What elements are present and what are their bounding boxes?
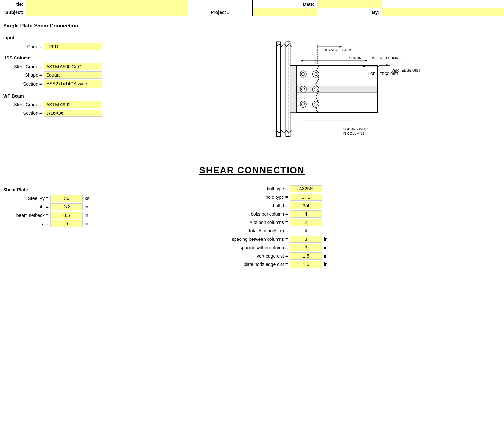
bottom-section: Shear Plate Steel Fy = 36 ksi pl t = 1/2… <box>0 182 504 276</box>
beam-setback-unit: in <box>85 213 88 218</box>
svg-point-21 <box>313 101 319 108</box>
by-label: By: <box>317 8 382 16</box>
wf-section-row: Section = W16X36 <box>3 110 184 117</box>
project-value[interactable] <box>253 8 317 16</box>
right-panel: BEAM SET BACK SPACING BETWEEN COLUMNS HO… <box>191 23 501 159</box>
beam-setback-annotation: BEAM SET BACK <box>324 48 352 52</box>
spacing-within-row: spacing within column = 3 in <box>197 244 501 251</box>
spacing-within-value[interactable]: 3 <box>290 244 322 251</box>
shear-connection-title: SHEAR CONNECTION <box>199 165 305 175</box>
connection-diagram: BEAM SET BACK SPACING BETWEEN COLUMNS HO… <box>255 23 436 152</box>
left-panel: Single Plate Shear Connection Input Code… <box>3 23 184 159</box>
shear-plate-section: Shear Plate Steel Fy = 36 ksi pl t = 1/2… <box>3 182 184 269</box>
vert-edge-dist-annotation: VERT EDGE DIST <box>391 69 420 72</box>
svg-marker-29 <box>301 60 303 62</box>
spacing-cols-annotation: SPACING BETWEEN COLUMNS <box>349 56 401 60</box>
spacing-within-annotation: SPACING WITH <box>343 127 368 131</box>
vert-edge-value[interactable]: 1.5 <box>290 252 322 260</box>
bolt-d-value[interactable]: 3/4 <box>290 202 322 209</box>
spacing-within-annotation2: IN COLUMNS <box>343 132 364 135</box>
bolt-type-label: bolt type = <box>197 186 288 191</box>
num-bolt-cols-label: # of bolt columns = <box>197 220 288 225</box>
project-label: Project # <box>188 8 253 16</box>
bolt-params-section: bolt type = A325N hole type = STD bolt d… <box>197 182 501 269</box>
hss-section-row: Section = HSS2x1x14GA wide <box>3 80 184 88</box>
svg-point-17 <box>313 71 319 77</box>
spacing-within-unit: in <box>324 245 328 250</box>
svg-marker-30 <box>365 60 367 62</box>
title-label: Title: <box>0 0 26 8</box>
page-title: Single Plate Shear Connection <box>3 23 184 29</box>
beam-setback-value[interactable]: 0.5 <box>50 212 83 219</box>
shear-plate-heading: Shear Plate <box>3 187 184 192</box>
date-value[interactable] <box>317 0 382 8</box>
wf-steel-grade-label: Steel Grade = <box>3 102 42 107</box>
vert-edge-unit: in <box>324 253 328 259</box>
spacing-within-label: spacing within column = <box>197 245 288 250</box>
input-section: Input Code = LRFD <box>3 35 184 50</box>
bolt-d-label: bolt d = <box>197 203 288 208</box>
plate-horiz-unit: in <box>324 262 328 267</box>
hole-type-row: hole type = STD <box>197 194 501 201</box>
date-label: Date: <box>253 0 317 8</box>
steel-fy-row: Steel Fy = 36 ksi <box>3 195 184 202</box>
pl-t-label: pl t = <box>3 204 49 209</box>
bolt-type-value[interactable]: A325N <box>290 185 322 192</box>
svg-point-19 <box>313 86 319 92</box>
plate-horiz-label: plate horiz edge dist = <box>197 262 288 267</box>
pl-t-row: pl t = 1/2 in <box>3 203 184 210</box>
wf-steel-grade-value[interactable]: ASTM A992 <box>44 101 102 108</box>
input-heading: Input <box>3 35 184 40</box>
subject-value[interactable] <box>26 8 188 16</box>
bolt-table: bolt type = A325N hole type = STD bolt d… <box>197 185 501 268</box>
bolts-per-col-label: bolts per column = <box>197 211 288 217</box>
plate-horiz-value[interactable]: 1.5 <box>290 261 322 268</box>
vert-edge-label: vert edge dist = <box>197 253 288 259</box>
subject-label: Subject: <box>0 8 26 16</box>
a-value[interactable]: 9 <box>50 220 83 227</box>
wf-beam-heading: WF Beam <box>3 93 184 99</box>
bolts-per-col-row: bolts per column = 4 <box>197 210 501 218</box>
code-row: Code = LRFD <box>3 43 184 50</box>
beam-setback-row: beam setback = 0.5 in <box>3 212 184 219</box>
num-bolt-cols-row: # of bolt columns = 2 <box>197 219 501 226</box>
svg-rect-6 <box>290 66 297 113</box>
vert-edge-row: vert edge dist = 1.5 in <box>197 252 501 260</box>
pl-t-value[interactable]: 1/2 <box>50 203 83 210</box>
num-bolt-cols-value[interactable]: 2 <box>290 219 322 226</box>
spacing-between-value[interactable]: 3 <box>290 236 322 243</box>
hole-type-label: hole type = <box>197 195 288 200</box>
beam-setback-label: beam setback = <box>3 213 49 218</box>
a-unit: in <box>85 221 88 226</box>
diagram-container: BEAM SET BACK SPACING BETWEEN COLUMNS HO… <box>191 23 501 152</box>
code-label: Code = <box>3 44 42 49</box>
total-bolts-label: total # of bolts (n) = <box>197 228 288 233</box>
wf-steel-grade-row: Steel Grade = ASTM A992 <box>3 101 184 108</box>
spacing-between-row: spacing between columns = 3 in <box>197 236 501 243</box>
steel-fy-label: Steel Fy = <box>3 196 49 201</box>
svg-point-11 <box>300 71 307 77</box>
bolt-d-row: bolt d = 3/4 <box>197 202 501 209</box>
hss-steel-grade-value[interactable]: ASTM A500 Gr C <box>44 63 102 70</box>
steel-fy-value[interactable]: 36 <box>50 195 83 202</box>
by-value[interactable] <box>382 8 504 16</box>
wf-section-value[interactable]: W16X36 <box>44 110 102 117</box>
hss-shape-value[interactable]: Square <box>44 71 102 79</box>
code-value[interactable]: LRFD <box>44 43 102 50</box>
a-label: a = <box>3 221 49 226</box>
a-row: a = 9 in <box>3 220 184 227</box>
hss-column-heading: HSS Column <box>3 55 184 60</box>
wf-section-label: Section = <box>3 111 42 116</box>
svg-point-15 <box>300 101 307 108</box>
title-value[interactable] <box>26 0 188 8</box>
total-bolts-value: 8 <box>290 227 322 234</box>
hss-steel-grade-label: Steel Grade = <box>3 64 42 69</box>
total-bolts-row: total # of bolts (n) = 8 <box>197 227 501 234</box>
hss-section-value[interactable]: HSS2x1x14GA wide <box>44 80 102 88</box>
svg-marker-38 <box>386 63 388 66</box>
hole-type-value[interactable]: STD <box>290 194 322 201</box>
bolts-per-col-value[interactable]: 4 <box>290 210 322 218</box>
main-content: Single Plate Shear Connection Input Code… <box>0 16 504 165</box>
spacing-between-unit: in <box>324 237 328 242</box>
plate-horiz-row: plate horiz edge dist = 1.5 in <box>197 261 501 268</box>
